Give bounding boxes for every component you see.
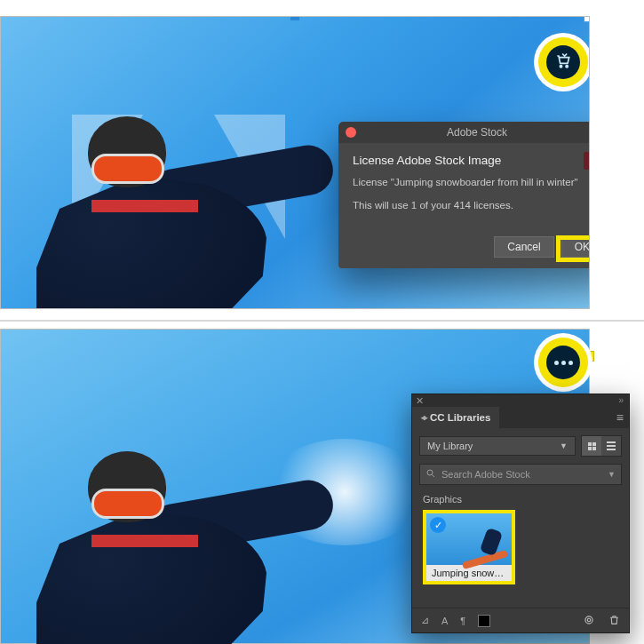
dialog-title: Adobe Stock [447,126,507,139]
cloud-icon[interactable] [582,614,596,628]
character-style-icon[interactable]: A [441,616,448,626]
asset-thumbnail-highlight: ✓ Jumping snowb… [423,510,515,584]
dialog-line-1: License "Jumping snowboarder from hill i… [353,174,590,190]
library-dropdown[interactable]: My Library ▼ [419,436,576,456]
license-cart-button[interactable] [546,45,580,79]
scene-separator [0,320,644,322]
svg-point-4 [587,618,591,622]
library-dropdown-value: My Library [427,441,473,451]
canvas-top: Ad Adobe Stock St License Adobe Stock Im… [0,16,590,309]
dialog-titlebar[interactable]: Adobe Stock [338,122,590,143]
more-options-button[interactable] [546,346,580,379]
panel-collapse-icon[interactable]: » [618,395,624,405]
license-dialog: Adobe Stock St License Adobe Stock Image… [338,122,590,268]
grid-view-button[interactable] [582,436,601,456]
svg-point-1 [566,66,568,68]
svg-point-2 [427,470,433,475]
paragraph-style-icon[interactable]: ¶ [460,616,465,626]
canvas-bottom: ✕ » ◂▸ CC Libraries ≡ My Library ▼ [0,329,590,644]
cc-libraries-panel: ✕ » ◂▸ CC Libraries ≡ My Library ▼ [411,394,630,633]
grid-icon [588,442,596,450]
section-graphics-label: Graphics [412,485,629,508]
search-input[interactable]: Search Adobe Stock ▼ [419,464,622,485]
dialog-heading: License Adobe Stock Image [353,154,590,167]
list-view-button[interactable] [601,436,621,456]
license-cart-highlight [534,33,590,91]
add-text-style-icon[interactable]: ⊿ [421,615,429,626]
snowboarder-image [36,104,321,309]
cart-icon [554,52,572,73]
licensed-check-badge: ✓ [430,517,446,533]
asset-thumbnail[interactable]: ✓ [426,513,512,565]
panel-close-icon[interactable]: ✕ [416,395,424,407]
thumbnail-preview [464,529,505,561]
chevron-down-icon: ▼ [608,470,616,479]
tab-cc-libraries[interactable]: ◂▸ CC Libraries [412,407,499,428]
svg-point-3 [585,616,592,623]
snowboarder-image [36,439,321,644]
cancel-button[interactable]: Cancel [494,236,553,258]
more-options-highlight [534,333,592,392]
selection-handle-top[interactable] [290,16,299,20]
trash-icon[interactable] [608,614,620,628]
sync-icon: ◂▸ [421,413,426,422]
search-placeholder-text: Search Adobe Stock [441,469,530,480]
list-icon [607,441,616,450]
dialog-line-2: This will use 1 of your 414 licenses. [353,197,590,213]
chevron-down-icon: ▼ [560,441,568,450]
tab-label: CC Libraries [430,412,490,423]
panel-menu-icon[interactable]: ≡ [616,410,624,425]
close-traffic-light[interactable] [346,127,356,138]
ok-button[interactable]: OK [561,236,590,258]
svg-point-0 [560,66,561,68]
more-icon [554,361,573,365]
color-swatch-icon[interactable] [478,615,490,627]
stock-badge: St [584,152,590,170]
search-icon [425,468,436,481]
